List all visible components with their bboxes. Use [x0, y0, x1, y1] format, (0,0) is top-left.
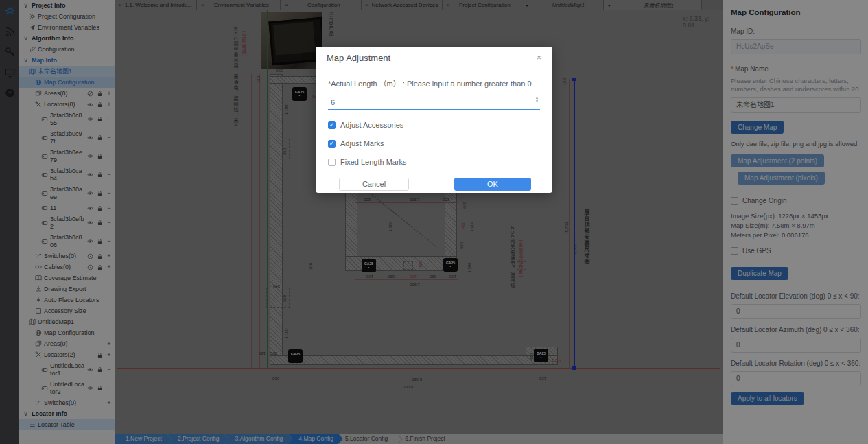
adjust-accessories-checkbox[interactable]: ✓Adjust Accessories: [328, 121, 540, 129]
actual-length-input[interactable]: 6 ▲▼: [328, 95, 540, 110]
map-adjustment-dialog: Map Adjustment × *Actual Length （m） : Pl…: [316, 47, 552, 193]
checkbox-box[interactable]: ✓: [328, 121, 336, 129]
cancel-button[interactable]: Cancel: [339, 178, 409, 191]
dialog-title: Map Adjustment: [327, 53, 390, 63]
actual-length-value: 6: [331, 98, 335, 106]
checkbox-box[interactable]: [328, 159, 336, 166]
checkbox-box[interactable]: ✓: [328, 140, 336, 148]
ok-button[interactable]: OK: [454, 178, 531, 191]
checkbox-label: Adjust Accessories: [340, 121, 403, 129]
checkbox-label: Adjust Marks: [340, 139, 384, 148]
adjust-marks-checkbox[interactable]: ✓Adjust Marks: [328, 139, 540, 148]
fixed-length-marks-checkbox[interactable]: Fixed Length Marks: [328, 158, 540, 166]
actual-length-label: *Actual Length （m） : Please input a numb…: [328, 78, 540, 89]
number-stepper[interactable]: ▲▼: [535, 96, 539, 103]
close-icon[interactable]: ×: [537, 53, 541, 62]
step-down-icon: ▼: [535, 100, 539, 103]
checkbox-label: Fixed Length Marks: [340, 158, 407, 166]
